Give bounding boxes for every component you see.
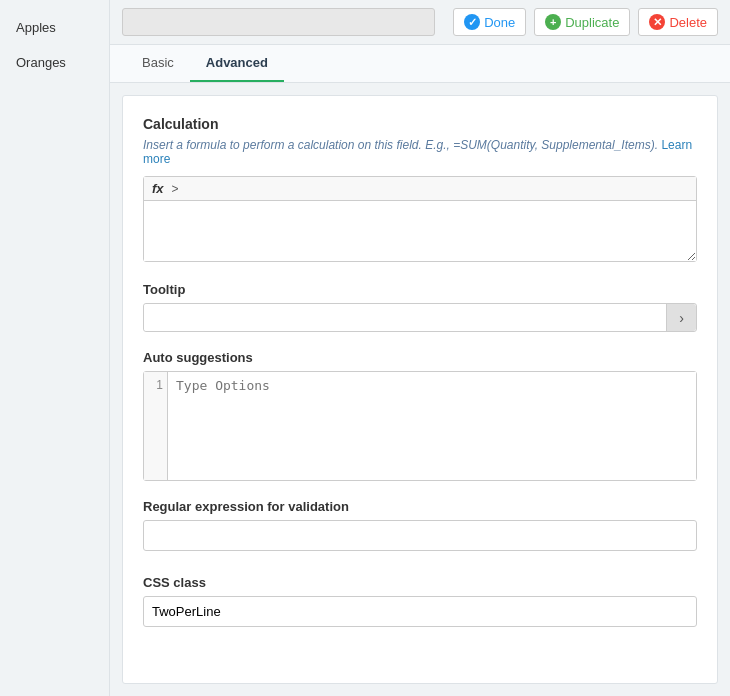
regex-label: Regular expression for validation	[143, 499, 697, 514]
top-bar-field	[122, 8, 435, 36]
tab-advanced[interactable]: Advanced	[190, 45, 284, 82]
regex-input[interactable]	[143, 520, 697, 551]
css-class-section: CSS class	[143, 575, 697, 645]
duplicate-button[interactable]: + Duplicate	[534, 8, 630, 36]
sidebar-item-apples[interactable]: Apples	[0, 10, 109, 45]
css-class-input[interactable]	[143, 596, 697, 627]
top-bar: ✓ Done + Duplicate ✕ Delete	[110, 0, 730, 45]
delete-button[interactable]: ✕ Delete	[638, 8, 718, 36]
done-icon: ✓	[464, 14, 480, 30]
tooltip-input-group: ›	[143, 303, 697, 332]
auto-suggestions-container: 1	[143, 371, 697, 481]
chevron-right-icon: ›	[679, 310, 684, 326]
formula-toolbar: fx >	[144, 177, 696, 201]
formula-textarea[interactable]	[144, 201, 696, 261]
tabs-area: Basic Advanced	[110, 45, 730, 83]
calculation-section: Calculation Insert a formula to perform …	[143, 116, 697, 262]
auto-suggestions-section: Auto suggestions 1	[143, 350, 697, 481]
css-class-label: CSS class	[143, 575, 697, 590]
sidebar-item-oranges[interactable]: Oranges	[0, 45, 109, 80]
formula-box: fx >	[143, 176, 697, 262]
main-content: ✓ Done + Duplicate ✕ Delete Basic Advanc…	[110, 0, 730, 696]
tooltip-section: Tooltip ›	[143, 282, 697, 332]
regex-section: Regular expression for validation	[143, 499, 697, 569]
done-button[interactable]: ✓ Done	[453, 8, 526, 36]
line-numbers: 1	[144, 372, 168, 480]
calculation-desc: Insert a formula to perform a calculatio…	[143, 138, 697, 166]
sidebar: Apples Oranges	[0, 0, 110, 696]
formula-fx: fx	[152, 181, 164, 196]
tooltip-chevron-button[interactable]: ›	[666, 304, 696, 331]
form-area: Calculation Insert a formula to perform …	[122, 95, 718, 684]
duplicate-icon: +	[545, 14, 561, 30]
auto-suggestions-label: Auto suggestions	[143, 350, 697, 365]
auto-suggestions-textarea[interactable]	[168, 372, 696, 480]
calculation-title: Calculation	[143, 116, 697, 132]
delete-icon: ✕	[649, 14, 665, 30]
tooltip-label: Tooltip	[143, 282, 697, 297]
tab-basic[interactable]: Basic	[126, 45, 190, 82]
tooltip-input[interactable]	[144, 304, 666, 331]
formula-chevron-icon: >	[172, 182, 179, 196]
